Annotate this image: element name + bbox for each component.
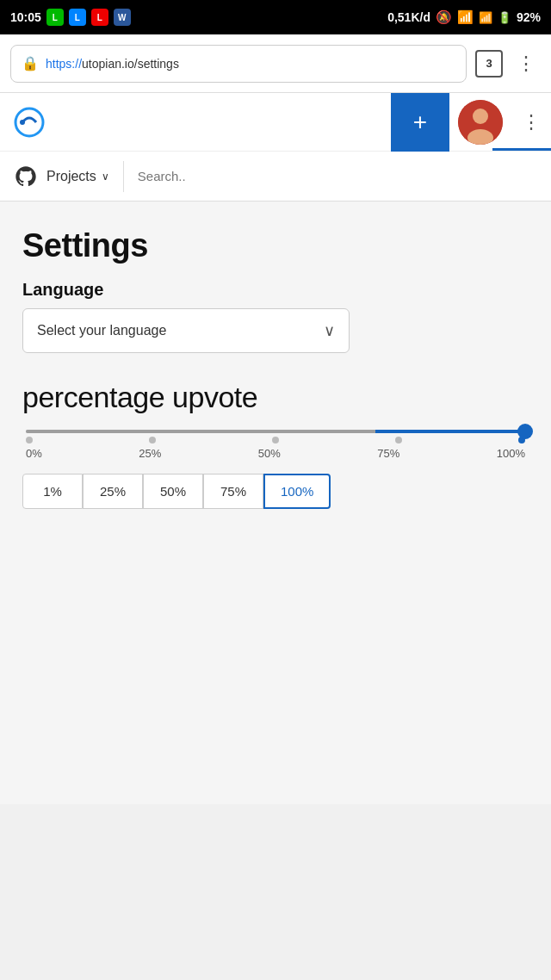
slider-label-50: 50% [258, 447, 281, 460]
upvote-slider-container: 0% 25% 50% 75% 100% [22, 430, 529, 460]
upvote-label: percentage upvote [22, 381, 529, 414]
slider-dot-75 [395, 437, 402, 443]
search-input[interactable] [138, 169, 537, 183]
address-bar[interactable]: 🔒 https://utopian.io/settings [10, 45, 467, 83]
slider-label-100: 100% [497, 447, 525, 460]
user-avatar[interactable] [458, 100, 503, 145]
slider-label-0: 0% [26, 447, 42, 460]
battery-level: 92% [517, 10, 541, 24]
bell-icon: 🔕 [436, 9, 452, 25]
language-select-dropdown[interactable]: Select your language ∨ [22, 308, 350, 353]
slider-thumb[interactable] [517, 424, 533, 439]
address-domain: utopian.io [82, 57, 134, 71]
language-chevron-icon: ∨ [324, 321, 335, 340]
address-text: https://utopian.io/settings [46, 57, 179, 71]
nav-more-button[interactable]: ⋮ [511, 111, 551, 133]
browser-bar: 🔒 https://utopian.io/settings 3 ⋮ [0, 34, 551, 93]
quick-btn-100[interactable]: 100% [263, 474, 331, 509]
slider-label-25: 25% [139, 447, 161, 460]
projects-dropdown[interactable]: Projects ∨ [46, 169, 109, 184]
slider-dots [26, 437, 525, 443]
slider-track [26, 430, 525, 433]
slider-fill [26, 430, 525, 433]
status-left: 10:05 L L L W [10, 9, 131, 26]
status-bar: 10:05 L L L W 0,51K/d 🔕 📶 📶 🔋 92% [0, 0, 551, 34]
slider-labels: 0% 25% 50% 75% 100% [26, 447, 525, 460]
wifi-icon: 📶 [457, 9, 474, 25]
page-title: Settings [22, 227, 529, 264]
nav-bar: + ⋮ [0, 93, 551, 152]
main-content: Settings Language Select your language ∨… [0, 202, 551, 804]
github-icon [14, 164, 38, 189]
quick-btn-1[interactable]: 1% [22, 474, 83, 509]
address-path: /settings [134, 57, 179, 71]
status-time: 10:05 [10, 10, 41, 24]
projects-label-text: Projects [46, 169, 96, 184]
address-protocol: https:// [46, 57, 82, 71]
quick-select-buttons: 1%25%50%75%100% [22, 474, 529, 509]
svg-point-1 [20, 120, 25, 125]
line-blue-icon: L [69, 9, 86, 26]
tab-count-button[interactable]: 3 [475, 50, 503, 78]
battery-icon: 🔋 [498, 11, 511, 24]
utopian-logo [14, 107, 45, 138]
language-select-text: Select your language [37, 323, 166, 338]
nav-divider [123, 161, 124, 192]
slider-dot-0 [26, 437, 33, 443]
svg-point-3 [473, 109, 488, 124]
line-red-icon: L [91, 9, 108, 26]
signal-icon: 📶 [479, 11, 492, 24]
line-green-icon: L [46, 9, 64, 26]
language-label: Language [22, 280, 529, 300]
quick-btn-75[interactable]: 75% [203, 474, 263, 509]
language-section: Language Select your language ∨ [22, 280, 529, 353]
projects-chevron: ∨ [102, 171, 109, 183]
quick-btn-25[interactable]: 25% [83, 474, 143, 509]
slider-dot-50 [272, 437, 279, 443]
new-tab-button[interactable]: + [391, 93, 449, 152]
status-right: 0,51K/d 🔕 📶 📶 🔋 92% [387, 9, 541, 25]
projects-bar: Projects ∨ [0, 152, 551, 202]
lock-icon: 🔒 [22, 55, 39, 71]
network-speed: 0,51K/d [387, 10, 430, 24]
svg-point-0 [15, 109, 43, 136]
nav-underline [492, 148, 551, 151]
word-icon: W [114, 9, 131, 26]
browser-more-button[interactable]: ⋮ [511, 49, 541, 78]
upvote-section: percentage upvote 0% 25% 50% 75% 100% [22, 381, 529, 509]
slider-label-75: 75% [377, 447, 399, 460]
quick-btn-50[interactable]: 50% [143, 474, 203, 509]
slider-dot-25 [149, 437, 156, 443]
